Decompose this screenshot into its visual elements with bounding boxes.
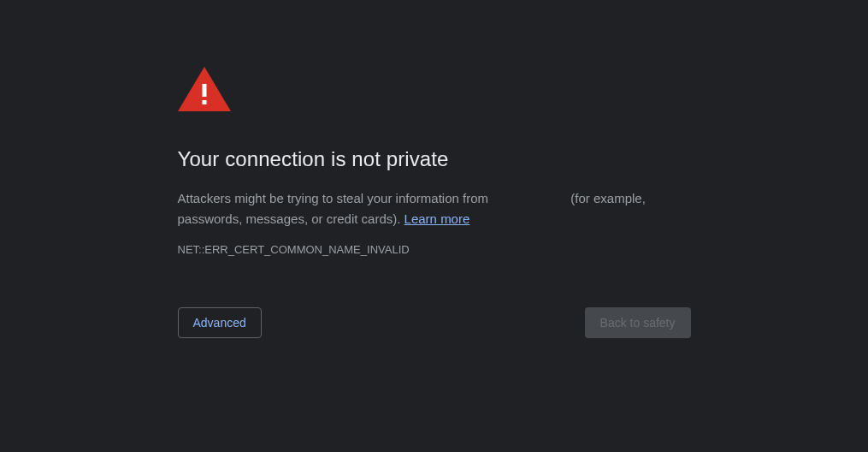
warning-description: Attackers might be trying to steal your … — [178, 188, 691, 229]
advanced-button[interactable]: Advanced — [178, 307, 262, 338]
svg-rect-1 — [202, 84, 206, 97]
error-code: NET::ERR_CERT_COMMON_NAME_INVALID — [178, 243, 691, 256]
description-prefix: Attackers might be trying to steal your … — [178, 191, 493, 205]
page-title: Your connection is not private — [178, 147, 691, 171]
learn-more-link[interactable]: Learn more — [404, 211, 470, 226]
button-row: Advanced Back to safety — [178, 307, 691, 338]
warning-triangle-icon — [178, 67, 231, 111]
back-to-safety-button[interactable]: Back to safety — [585, 307, 691, 338]
svg-rect-2 — [202, 100, 206, 104]
interstitial-wrapper: Your connection is not private Attackers… — [178, 0, 691, 338]
